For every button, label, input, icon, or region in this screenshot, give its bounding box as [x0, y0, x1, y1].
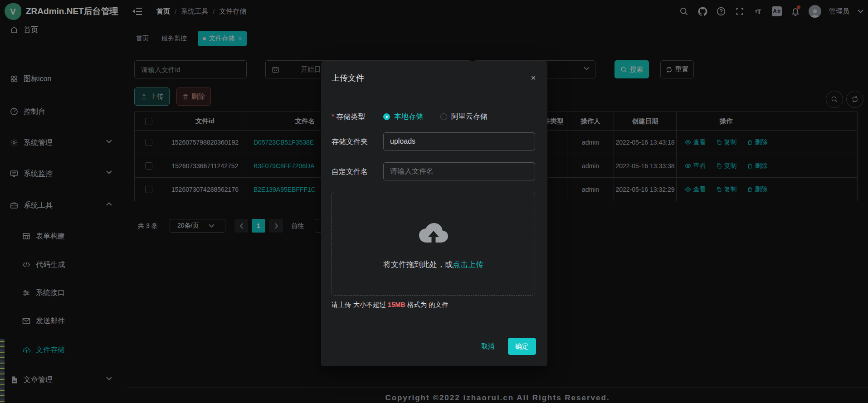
click-upload-link[interactable]: 点击上传 [453, 260, 483, 269]
tip-suffix: 格式为 的文件 [405, 301, 449, 308]
app-root: V ZRAdmin.NET后台管理 首页 / 系统工具 / 文件存储 [0, 0, 868, 403]
radio-unselected-icon [440, 113, 447, 120]
cancel-button[interactable]: 取消 [474, 338, 502, 355]
upload-tip: 请上传 大小不超过 15MB 格式为 的文件 [332, 301, 449, 309]
required-mark: * [332, 113, 334, 121]
dropzone-text-plain: 将文件拖到此处，或 [383, 260, 453, 269]
radio-aliyun-storage[interactable]: 阿里云存储 [440, 112, 488, 121]
dialog-title: 上传文件 [332, 73, 364, 83]
storage-type-label-text: 存储类型 [336, 113, 365, 121]
folder-label: 存储文件夹 [332, 137, 380, 147]
radio-local-storage[interactable]: 本地存储 [383, 112, 423, 121]
radio-selected-icon [383, 113, 390, 120]
filename-input-field[interactable] [384, 163, 535, 180]
storage-type-label: *存储类型 [332, 112, 380, 122]
confirm-button[interactable]: 确定 [508, 338, 536, 355]
radio-label: 本地存储 [394, 112, 423, 121]
folder-input-field[interactable] [384, 133, 535, 150]
dropzone-text: 将文件拖到此处，或点击上传 [332, 259, 535, 270]
upload-dialog: 上传文件 × *存储类型 本地存储 阿里云存储 存储文件夹 自定文件名 [321, 61, 547, 366]
radio-label: 阿里云存储 [451, 112, 488, 121]
filename-label: 自定文件名 [332, 167, 380, 177]
storage-type-radio-group: 本地存储 阿里云存储 [383, 112, 488, 121]
tip-prefix: 请上传 大小不超过 [332, 301, 388, 308]
filename-input[interactable] [383, 162, 535, 180]
folder-input[interactable] [383, 132, 535, 151]
upload-cloud-icon [419, 221, 449, 246]
tip-size-limit: 15MB [388, 301, 405, 308]
close-icon[interactable]: × [529, 74, 537, 82]
upload-dropzone[interactable]: 将文件拖到此处，或点击上传 [332, 192, 535, 296]
